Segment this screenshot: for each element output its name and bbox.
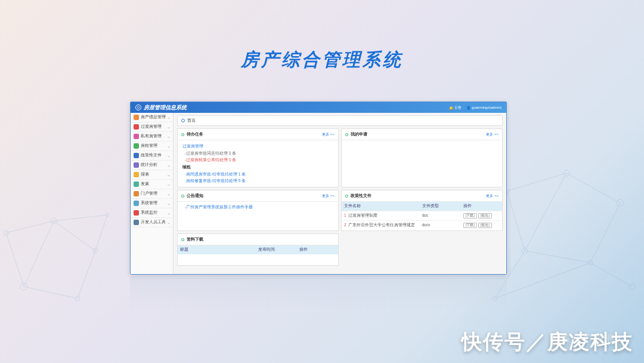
sidebar-item[interactable]: 政策性文件⌵ bbox=[131, 151, 173, 161]
chevron-down-icon: ⌵ bbox=[168, 182, 170, 187]
chevron-down-icon: ⌵ bbox=[168, 192, 170, 196]
chevron-down-icon: ⌵ bbox=[168, 134, 170, 139]
chevron-down-icon: ⌵ bbox=[168, 220, 170, 225]
sidebar-icon bbox=[134, 220, 139, 225]
card-download-title: 资料下载 bbox=[187, 236, 335, 242]
chevron-down-icon: ⌵ bbox=[168, 173, 170, 177]
sidebar-item-label: 发展 bbox=[141, 182, 168, 187]
svg-line-21 bbox=[507, 173, 566, 191]
sidebar-item-label: 开发人员工具 bbox=[141, 220, 168, 225]
svg-line-22 bbox=[566, 173, 620, 203]
watermark-main: 快传号／庚凌科技 bbox=[462, 328, 633, 356]
sidebar-item-label: 过渡房管理 bbox=[141, 124, 168, 130]
download-button[interactable]: [下载] bbox=[463, 223, 477, 228]
card-todo: 待办任务 更多 >> 过渡房管理 · 过渡房审批同意待处理 3 条 · 过渡房核… bbox=[177, 128, 339, 187]
card-dot-icon bbox=[345, 133, 348, 136]
svg-point-2 bbox=[93, 248, 98, 253]
app-title: 房屋管理信息系统 bbox=[144, 104, 449, 112]
card-policy-more[interactable]: 更多 >> bbox=[486, 193, 499, 199]
sidebar-item-label: 私有房管理 bbox=[141, 134, 168, 139]
download-button[interactable]: [下载] bbox=[463, 213, 477, 219]
svg-line-7 bbox=[54, 221, 95, 251]
user-name: guanmingz(admin) bbox=[472, 106, 501, 109]
card-policy-title: 政策性文件 bbox=[351, 193, 486, 199]
svg-point-16 bbox=[617, 199, 624, 207]
user-menu[interactable]: 👤 guanmingz(admin) bbox=[466, 106, 501, 110]
svg-line-6 bbox=[6, 221, 54, 233]
sidebar-item-label: 系统监控 bbox=[141, 210, 168, 216]
svg-line-27 bbox=[525, 173, 566, 251]
sidebar-item[interactable]: 私有房管理⌵ bbox=[131, 132, 173, 141]
sidebar-icon bbox=[134, 134, 139, 139]
sidebar-item-label: 报表 bbox=[141, 172, 168, 177]
notice-label: 公告 bbox=[454, 105, 462, 110]
card-myapply-title: 我的申请 bbox=[351, 131, 486, 137]
todo-item[interactable]: · 过渡房核算公布待处理 3 条 bbox=[182, 157, 333, 164]
col-name: 标题 bbox=[178, 245, 256, 254]
col-name: 文件名称 bbox=[342, 202, 420, 211]
notice-link[interactable]: 🔔 公告 bbox=[449, 105, 462, 110]
card-myapply: 我的申请 更多 >> bbox=[341, 128, 503, 187]
table-row: 1过渡房管理制度 doc [下载][预览] bbox=[342, 211, 502, 220]
sidebar-icon bbox=[134, 172, 139, 177]
chevron-down-icon: ⌵ bbox=[168, 144, 170, 149]
svg-line-25 bbox=[590, 263, 632, 287]
card-notice-title: 公告通知 bbox=[187, 193, 322, 199]
policy-table-head: 文件名称 文件类型 操作 bbox=[342, 202, 502, 211]
download-table-head: 标题 发布时间 操作 bbox=[178, 245, 338, 254]
svg-point-17 bbox=[522, 248, 528, 254]
svg-point-3 bbox=[20, 283, 27, 290]
preview-button[interactable]: [预览] bbox=[478, 223, 492, 228]
logo-icon: G bbox=[135, 104, 141, 110]
todo-item[interactable]: · 房间退房审批-待审批待处理 1 条 bbox=[182, 171, 333, 178]
card-dot-icon bbox=[181, 238, 184, 241]
svg-point-0 bbox=[4, 230, 8, 235]
sidebar-item[interactable]: 发展⌵ bbox=[131, 180, 173, 189]
sidebar-icon bbox=[134, 143, 139, 149]
sidebar-item-label: 门户管理 bbox=[141, 191, 168, 196]
todo-group-0-label: 过渡房管理 bbox=[182, 144, 333, 149]
preview-button[interactable]: [预览] bbox=[478, 213, 492, 219]
sidebar-item[interactable]: 系统管理⌵ bbox=[131, 199, 173, 208]
todo-item[interactable]: · 房租修复审批-待审批待处理 5 条 bbox=[182, 178, 333, 184]
card-policy: 政策性文件 更多 >> 文件名称 文件类型 操作 1过渡房管理制度 doc [下… bbox=[341, 190, 503, 231]
sidebar-item[interactable]: 报表⌵ bbox=[131, 170, 173, 180]
chevron-down-icon: ⌵ bbox=[168, 163, 170, 168]
app-window: G 房屋管理信息系统 🔔 公告 👤 guanmingz(admin) 房产信息管… bbox=[130, 101, 507, 275]
policy-row-type: doc bbox=[420, 211, 461, 220]
page-title: 房产综合管理系统 bbox=[0, 0, 644, 72]
sidebar-item-label: 房产信息管理 bbox=[141, 115, 168, 120]
svg-point-5 bbox=[106, 213, 109, 217]
sidebar-icon bbox=[134, 124, 139, 130]
card-notice: 公告通知 更多 >> · 广州房产管理系统最新工作操作手册 bbox=[177, 190, 339, 231]
sidebar-item[interactable]: 统计分析⌵ bbox=[131, 161, 173, 170]
svg-line-9 bbox=[24, 287, 78, 299]
policy-row-name[interactable]: 广东外语外贸大学公有住房管理规定 bbox=[348, 223, 415, 227]
sidebar-item[interactable]: 过渡房管理⌵ bbox=[131, 122, 173, 132]
todo-item[interactable]: · 过渡房审批同意待处理 3 条 bbox=[182, 150, 333, 157]
sidebar-item[interactable]: 开发人员工具⌵ bbox=[131, 218, 173, 227]
sidebar-item[interactable]: 房租管理⌵ bbox=[131, 141, 173, 151]
sidebar-item-label: 政策性文件 bbox=[141, 153, 168, 158]
sidebar-icon bbox=[134, 201, 139, 206]
bell-icon: 🔔 bbox=[449, 106, 453, 110]
sidebar-icon bbox=[134, 191, 139, 196]
sidebar-item[interactable]: 门户管理⌵ bbox=[131, 189, 173, 199]
chevron-down-icon: ⌵ bbox=[168, 201, 170, 206]
notice-item[interactable]: · 广州房产管理系统最新工作操作手册 bbox=[182, 204, 333, 211]
sidebar-item[interactable]: 房产信息管理⌵ bbox=[131, 113, 173, 122]
chevron-down-icon: ⌵ bbox=[168, 153, 170, 158]
chevron-down-icon: ⌵ bbox=[168, 211, 170, 216]
svg-line-24 bbox=[525, 251, 590, 263]
main-area: 首页 待办任务 更多 >> 过渡房管理 · 过渡房审批同意待处理 3 条 · 过… bbox=[174, 113, 506, 274]
breadcrumb-label: 首页 bbox=[187, 118, 196, 124]
sidebar-item[interactable]: 系统监控⌵ bbox=[131, 208, 173, 218]
svg-point-19 bbox=[629, 284, 635, 290]
app-header: G 房屋管理信息系统 🔔 公告 👤 guanmingz(admin) bbox=[131, 102, 506, 113]
card-todo-more[interactable]: 更多 >> bbox=[322, 132, 335, 137]
policy-row-name[interactable]: 过渡房管理制度 bbox=[348, 213, 377, 217]
card-myapply-more[interactable]: 更多 >> bbox=[486, 132, 499, 137]
card-notice-more[interactable]: 更多 >> bbox=[322, 193, 335, 199]
svg-line-10 bbox=[24, 221, 54, 287]
reflection-decoration bbox=[130, 276, 507, 312]
